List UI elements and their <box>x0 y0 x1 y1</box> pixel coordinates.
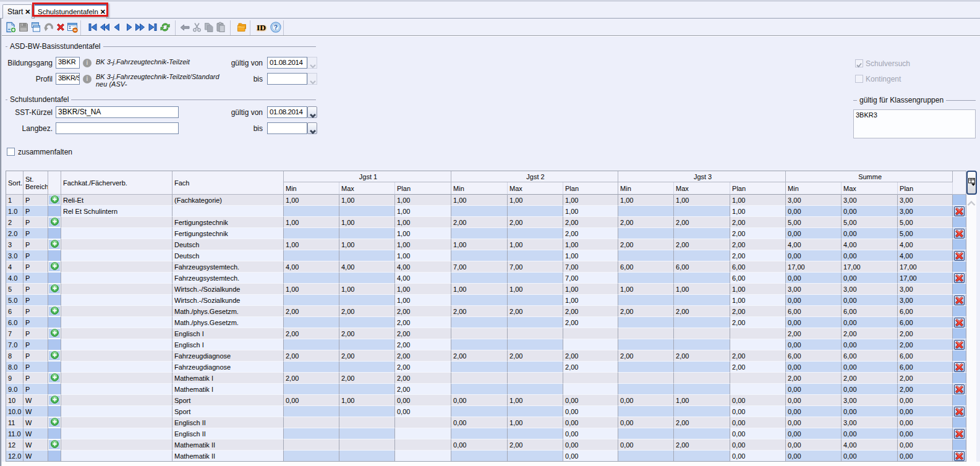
svg-text:?: ? <box>274 23 278 31</box>
